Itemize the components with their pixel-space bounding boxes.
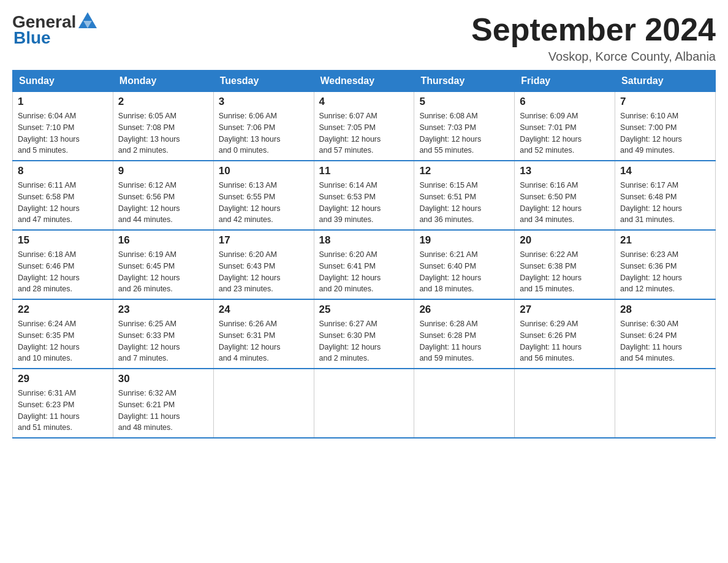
day-info: Sunrise: 6:06 AMSunset: 7:06 PMDaylight:… [219,110,309,156]
calendar-cell: 22Sunrise: 6:24 AMSunset: 6:35 PMDayligh… [13,299,113,369]
calendar-cell: 23Sunrise: 6:25 AMSunset: 6:33 PMDayligh… [113,299,213,369]
day-info: Sunrise: 6:24 AMSunset: 6:35 PMDaylight:… [18,318,108,364]
calendar-table: SundayMondayTuesdayWednesdayThursdayFrid… [12,70,716,439]
day-number: 10 [219,165,309,177]
day-number: 15 [18,234,108,247]
calendar-cell: 19Sunrise: 6:21 AMSunset: 6:40 PMDayligh… [414,230,515,299]
calendar-cell [314,369,414,438]
logo-blue: Blue [13,28,51,47]
week-row-2: 8Sunrise: 6:11 AMSunset: 6:58 PMDaylight… [13,161,716,230]
calendar-cell: 26Sunrise: 6:28 AMSunset: 6:28 PMDayligh… [414,299,515,369]
calendar-cell: 24Sunrise: 6:26 AMSunset: 6:31 PMDayligh… [213,299,314,369]
day-number: 13 [520,165,610,177]
day-number: 6 [520,96,610,108]
day-info: Sunrise: 6:09 AMSunset: 7:01 PMDaylight:… [520,110,610,156]
calendar-cell: 18Sunrise: 6:20 AMSunset: 6:41 PMDayligh… [314,230,414,299]
logo: General Blue [12,12,99,48]
day-number: 12 [419,165,509,177]
day-info: Sunrise: 6:15 AMSunset: 6:51 PMDaylight:… [419,180,509,226]
weekday-header-friday: Friday [515,71,615,92]
calendar-cell: 4Sunrise: 6:07 AMSunset: 7:05 PMDaylight… [314,92,414,161]
calendar-cell [414,369,515,438]
day-number: 22 [18,304,108,316]
day-info: Sunrise: 6:26 AMSunset: 6:31 PMDaylight:… [219,318,309,364]
day-number: 2 [118,96,208,108]
day-number: 28 [620,304,710,316]
day-number: 24 [219,304,309,316]
calendar-cell [615,369,716,438]
day-number: 14 [620,165,710,177]
calendar-cell: 28Sunrise: 6:30 AMSunset: 6:24 PMDayligh… [615,299,716,369]
calendar-cell: 11Sunrise: 6:14 AMSunset: 6:53 PMDayligh… [314,161,414,230]
day-info: Sunrise: 6:31 AMSunset: 6:23 PMDaylight:… [18,388,108,434]
calendar-cell: 6Sunrise: 6:09 AMSunset: 7:01 PMDaylight… [515,92,615,161]
day-info: Sunrise: 6:20 AMSunset: 6:41 PMDaylight:… [319,249,409,295]
day-info: Sunrise: 6:11 AMSunset: 6:58 PMDaylight:… [18,180,108,226]
day-number: 27 [520,304,610,316]
calendar-cell [515,369,615,438]
weekday-header-saturday: Saturday [615,71,716,92]
month-title: September 2024 [471,12,716,47]
calendar-cell [213,369,314,438]
day-number: 3 [219,96,309,108]
day-number: 4 [319,96,409,108]
day-info: Sunrise: 6:04 AMSunset: 7:10 PMDaylight:… [18,110,108,156]
week-row-4: 22Sunrise: 6:24 AMSunset: 6:35 PMDayligh… [13,299,716,369]
calendar-cell: 16Sunrise: 6:19 AMSunset: 6:45 PMDayligh… [113,230,213,299]
day-info: Sunrise: 6:22 AMSunset: 6:38 PMDaylight:… [520,249,610,295]
day-info: Sunrise: 6:19 AMSunset: 6:45 PMDaylight:… [118,249,208,295]
day-info: Sunrise: 6:25 AMSunset: 6:33 PMDaylight:… [118,318,208,364]
logo-icon [77,11,98,31]
calendar-cell: 10Sunrise: 6:13 AMSunset: 6:55 PMDayligh… [213,161,314,230]
calendar-cell: 25Sunrise: 6:27 AMSunset: 6:30 PMDayligh… [314,299,414,369]
day-number: 9 [118,165,208,177]
day-info: Sunrise: 6:16 AMSunset: 6:50 PMDaylight:… [520,180,610,226]
day-number: 7 [620,96,710,108]
calendar-cell: 14Sunrise: 6:17 AMSunset: 6:48 PMDayligh… [615,161,716,230]
day-info: Sunrise: 6:10 AMSunset: 7:00 PMDaylight:… [620,110,710,156]
week-row-3: 15Sunrise: 6:18 AMSunset: 6:46 PMDayligh… [13,230,716,299]
weekday-header-monday: Monday [113,71,213,92]
day-number: 1 [18,96,108,108]
day-number: 20 [520,234,610,247]
day-number: 19 [419,234,509,247]
day-info: Sunrise: 6:17 AMSunset: 6:48 PMDaylight:… [620,180,710,226]
calendar-cell: 30Sunrise: 6:32 AMSunset: 6:21 PMDayligh… [113,369,213,438]
day-number: 18 [319,234,409,247]
calendar-cell: 2Sunrise: 6:05 AMSunset: 7:08 PMDaylight… [113,92,213,161]
day-info: Sunrise: 6:07 AMSunset: 7:05 PMDaylight:… [319,110,409,156]
day-number: 23 [118,304,208,316]
day-info: Sunrise: 6:27 AMSunset: 6:30 PMDaylight:… [319,318,409,364]
day-info: Sunrise: 6:14 AMSunset: 6:53 PMDaylight:… [319,180,409,226]
calendar-cell: 21Sunrise: 6:23 AMSunset: 6:36 PMDayligh… [615,230,716,299]
day-number: 16 [118,234,208,247]
day-info: Sunrise: 6:05 AMSunset: 7:08 PMDaylight:… [118,110,208,156]
day-info: Sunrise: 6:28 AMSunset: 6:28 PMDaylight:… [419,318,509,364]
location-subtitle: Voskop, Korce County, Albania [471,50,716,64]
calendar-cell: 13Sunrise: 6:16 AMSunset: 6:50 PMDayligh… [515,161,615,230]
day-info: Sunrise: 6:30 AMSunset: 6:24 PMDaylight:… [620,318,710,364]
day-info: Sunrise: 6:32 AMSunset: 6:21 PMDaylight:… [118,388,208,434]
day-info: Sunrise: 6:20 AMSunset: 6:43 PMDaylight:… [219,249,309,295]
weekday-header-wednesday: Wednesday [314,71,414,92]
title-section: September 2024 Voskop, Korce County, Alb… [471,12,716,64]
weekday-header-tuesday: Tuesday [213,71,314,92]
calendar-cell: 3Sunrise: 6:06 AMSunset: 7:06 PMDaylight… [213,92,314,161]
day-info: Sunrise: 6:21 AMSunset: 6:40 PMDaylight:… [419,249,509,295]
day-number: 21 [620,234,710,247]
calendar-cell: 27Sunrise: 6:29 AMSunset: 6:26 PMDayligh… [515,299,615,369]
day-number: 8 [18,165,108,177]
day-info: Sunrise: 6:29 AMSunset: 6:26 PMDaylight:… [520,318,610,364]
day-info: Sunrise: 6:18 AMSunset: 6:46 PMDaylight:… [18,249,108,295]
week-row-5: 29Sunrise: 6:31 AMSunset: 6:23 PMDayligh… [13,369,716,438]
weekday-header-sunday: Sunday [13,71,113,92]
day-info: Sunrise: 6:23 AMSunset: 6:36 PMDaylight:… [620,249,710,295]
calendar-cell: 20Sunrise: 6:22 AMSunset: 6:38 PMDayligh… [515,230,615,299]
weekday-header-row: SundayMondayTuesdayWednesdayThursdayFrid… [13,71,716,92]
calendar-cell: 29Sunrise: 6:31 AMSunset: 6:23 PMDayligh… [13,369,113,438]
day-info: Sunrise: 6:13 AMSunset: 6:55 PMDaylight:… [219,180,309,226]
calendar-cell: 8Sunrise: 6:11 AMSunset: 6:58 PMDaylight… [13,161,113,230]
calendar-cell: 1Sunrise: 6:04 AMSunset: 7:10 PMDaylight… [13,92,113,161]
calendar-cell: 17Sunrise: 6:20 AMSunset: 6:43 PMDayligh… [213,230,314,299]
weekday-header-thursday: Thursday [414,71,515,92]
